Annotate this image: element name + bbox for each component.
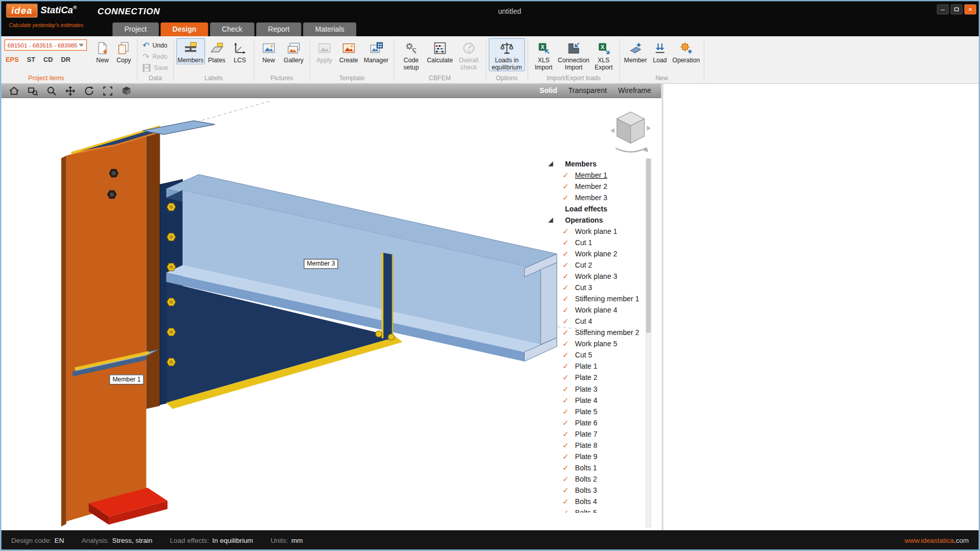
undo-button[interactable]: ↶ Undo (140, 40, 170, 50)
checkmark-icon[interactable]: ✓ (562, 486, 575, 494)
new-operation-button[interactable]: Operation (671, 38, 701, 65)
checkmark-icon[interactable]: ✓ (562, 385, 575, 393)
tree-item-work-plane-2[interactable]: ✓Work plane 2 (540, 248, 645, 259)
home-view-icon[interactable] (6, 85, 21, 97)
xls-export-button[interactable]: X XLS Export (591, 38, 617, 71)
tree-section-operations[interactable]: Operations (540, 214, 645, 226)
tree-item-cut-2[interactable]: ✓Cut 2 (540, 259, 645, 271)
checkmark-icon[interactable]: ✓ (562, 463, 575, 472)
new-load-button[interactable]: Load (649, 38, 671, 65)
checkmark-icon[interactable]: ✓ (562, 373, 575, 382)
zoom-icon[interactable] (44, 85, 59, 97)
tree-item-plate-6[interactable]: ✓Plate 6 (540, 417, 645, 428)
3d-viewport[interactable]: Member 3 Member 1 Members✓Member 1✓Membe… (1, 98, 661, 530)
tree-item-bolts-1[interactable]: ✓Bolts 1 (540, 462, 645, 473)
rotate-icon[interactable] (81, 85, 96, 97)
connection-import-button[interactable]: Connection Import (557, 38, 591, 71)
new-project-button[interactable]: New (92, 38, 113, 65)
project-items-dropdown[interactable]: 681501 - 683515 - 683985 (5, 39, 87, 51)
labels-members-button[interactable]: Members (176, 38, 205, 65)
member-1-label[interactable]: Member 1 (109, 374, 143, 385)
tree-item-plate-2[interactable]: ✓Plate 2 (540, 372, 645, 384)
checkmark-icon[interactable]: ✓ (562, 250, 575, 258)
checkmark-icon[interactable]: ✓ (562, 295, 575, 303)
tree-section-load-effects[interactable]: Load effects (540, 203, 645, 214)
minimize-button[interactable]: – (937, 5, 949, 15)
checkmark-icon[interactable]: ✓ (562, 362, 575, 371)
tree-item-plate-1[interactable]: ✓Plate 1 (540, 361, 645, 372)
checkmark-icon[interactable]: ✓ (562, 193, 575, 202)
tree-item-plate-4[interactable]: ✓Plate 4 (540, 395, 645, 406)
view-cube[interactable] (610, 112, 650, 152)
tree-item-stiffening-member-2[interactable]: ✓Stiffening member 2 (540, 327, 645, 338)
tree-item-cut-5[interactable]: ✓Cut 5 (540, 349, 645, 361)
tree-item-stiffening-member-1[interactable]: ✓Stiffening member 1 (540, 293, 645, 304)
calculate-button[interactable]: Calculate (426, 38, 454, 65)
tab-check[interactable]: Check (210, 22, 254, 36)
tree-item-plate-3[interactable]: ✓Plate 3 (540, 384, 645, 395)
redo-button[interactable]: ↷ Redo (140, 51, 170, 61)
save-button[interactable]: Save (140, 62, 170, 73)
checkmark-icon[interactable]: ✓ (562, 407, 575, 416)
maximize-button[interactable] (950, 5, 962, 15)
view-mode-wireframe[interactable]: Wireframe (618, 87, 651, 94)
zoom-window-icon[interactable] (25, 85, 40, 97)
checkmark-icon[interactable]: ✓ (562, 227, 575, 235)
checkmark-icon[interactable]: ✓ (562, 351, 575, 360)
checkmark-icon[interactable]: ✓ (562, 171, 575, 179)
tree-item-member-1[interactable]: ✓Member 1 (540, 170, 645, 181)
new-member-button[interactable]: Member (622, 38, 648, 65)
tab-report[interactable]: Report (256, 22, 302, 36)
tree-item-work-plane-3[interactable]: ✓Work plane 3 (540, 271, 645, 282)
labels-lcs-button[interactable]: LCS (229, 38, 251, 65)
checkmark-icon[interactable]: ✓ (562, 317, 575, 326)
checkmark-icon[interactable]: ✓ (562, 182, 575, 190)
checkmark-icon[interactable]: ✓ (562, 396, 575, 404)
project-view-dr[interactable]: DR (61, 56, 71, 63)
tree-item-bolts-5[interactable]: ✓Bolts 5 (540, 507, 645, 513)
project-view-eps[interactable]: EPS (6, 56, 19, 63)
project-view-cd[interactable]: CD (43, 56, 53, 63)
overall-check-button[interactable]: % Overall check (454, 38, 483, 71)
iso-view-icon[interactable] (119, 85, 134, 97)
tree-section-members[interactable]: Members (540, 158, 645, 170)
tab-materials[interactable]: Materials (303, 22, 356, 36)
project-view-st[interactable]: ST (27, 56, 35, 63)
member-3-label[interactable]: Member 3 (304, 259, 338, 269)
tab-project[interactable]: Project (112, 22, 158, 36)
tree-item-plate-8[interactable]: ✓Plate 8 (540, 440, 645, 451)
checkmark-icon[interactable]: ✓ (562, 441, 575, 449)
loads-in-equilibrium-button[interactable]: Loads in equilibrium (488, 38, 525, 71)
checkmark-icon[interactable]: ✓ (562, 238, 575, 247)
pan-icon[interactable] (62, 85, 77, 97)
checkmark-icon[interactable]: ✓ (562, 272, 575, 281)
code-setup-button[interactable]: Code setup (397, 38, 425, 71)
tree-item-work-plane-5[interactable]: ✓Work plane 5 (540, 338, 645, 349)
tree-item-work-plane-4[interactable]: ✓Work plane 4 (540, 304, 645, 316)
tree-item-work-plane-1[interactable]: ✓Work plane 1 (540, 226, 645, 237)
checkmark-icon[interactable]: ✓ (562, 340, 575, 348)
template-apply-button[interactable]: Apply (312, 38, 336, 65)
checkmark-icon[interactable]: ✓ (562, 418, 575, 427)
picture-gallery-button[interactable]: Gallery (281, 38, 307, 65)
checkmark-icon[interactable]: ✓ (562, 306, 575, 315)
checkmark-icon[interactable]: ✓ (562, 509, 575, 513)
tree-scrollbar[interactable] (646, 158, 651, 527)
close-button[interactable]: × (964, 5, 976, 15)
copy-project-button[interactable]: Copy (113, 38, 135, 65)
tree-item-cut-4[interactable]: ✓Cut 4 (540, 316, 645, 327)
expander-icon[interactable] (548, 161, 553, 166)
checkmark-icon[interactable]: ✓ (562, 328, 575, 337)
checkmark-icon[interactable]: ✓ (562, 474, 575, 483)
checkmark-icon[interactable]: ✓ (562, 497, 575, 506)
tree-item-cut-3[interactable]: ✓Cut 3 (540, 282, 645, 293)
tree-item-member-3[interactable]: ✓Member 3 (540, 192, 645, 203)
tree-item-cut-1[interactable]: ✓Cut 1 (540, 237, 645, 248)
tree-item-bolts-2[interactable]: ✓Bolts 2 (540, 473, 645, 485)
picture-new-button[interactable]: New (257, 38, 281, 65)
view-mode-transparent[interactable]: Transparent (569, 87, 607, 94)
labels-plates-button[interactable]: Plates (205, 38, 229, 65)
checkmark-icon[interactable]: ✓ (562, 452, 575, 461)
view-mode-solid[interactable]: Solid (540, 87, 557, 94)
checkmark-icon[interactable]: ✓ (562, 429, 575, 438)
